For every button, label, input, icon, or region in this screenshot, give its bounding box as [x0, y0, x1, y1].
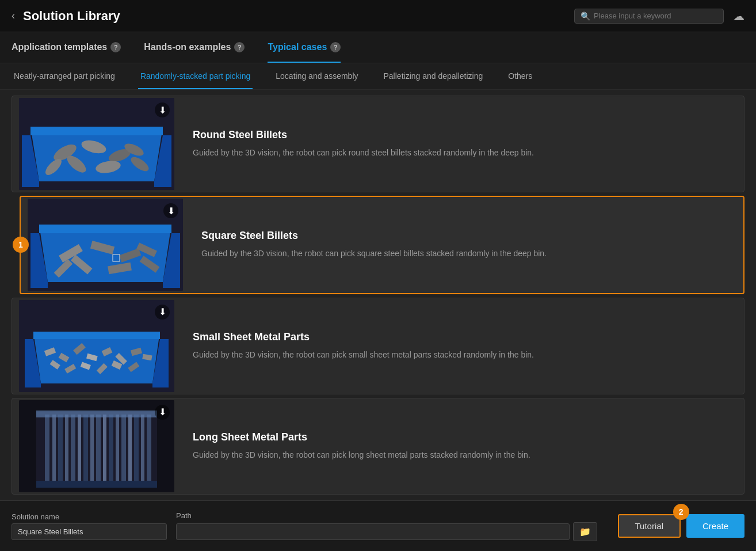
item-title-long: Long Sheet Metal Parts — [193, 431, 732, 443]
item-desc-small: Guided by the 3D vision, the robot can p… — [193, 349, 732, 361]
item-info-small-sheet: Small Sheet Metal Parts Guided by the 3D… — [181, 322, 744, 370]
solution-item-square-steel[interactable]: 1 ⬇ Sq — [20, 196, 744, 294]
item-desc-round: Guided by the 3D vision, the robot can p… — [193, 147, 732, 159]
thumbnail-square-steel: ⬇ — [28, 199, 183, 291]
back-button[interactable]: ‹ — [12, 10, 15, 22]
svg-rect-59 — [116, 415, 119, 484]
svg-rect-49 — [52, 415, 56, 484]
solution-item-round-steel[interactable]: ⬇ Round Steel Billets Guided — [12, 96, 744, 192]
item-info-long-sheet: Long Sheet Metal Parts Guided by the 3D … — [181, 422, 744, 470]
bottom-bar: Solution name Path 📁 2 Tutorial Create — [0, 500, 756, 551]
thumbnail-small-sheet: ⬇ — [19, 300, 174, 392]
svg-marker-2 — [30, 127, 163, 135]
svg-rect-66 — [36, 481, 157, 488]
svg-rect-65 — [36, 411, 157, 417]
solution-name-label: Solution name — [12, 512, 167, 521]
tab-application-templates[interactable]: Application templates ? — [12, 32, 121, 63]
svg-rect-56 — [96, 415, 101, 484]
svg-rect-61 — [128, 415, 132, 484]
tab-hands-on[interactable]: Hands-on examples ? — [144, 32, 245, 63]
solution-name-input[interactable] — [12, 523, 167, 540]
item-title-small: Small Sheet Metal Parts — [193, 331, 732, 343]
svg-rect-52 — [71, 415, 75, 484]
download-icon-small[interactable]: ⬇ — [155, 305, 170, 320]
selection-badge-1: 1 — [13, 237, 29, 253]
subtab-others[interactable]: Others — [506, 63, 534, 89]
subtab-neatly[interactable]: Neatly-arranged part picking — [12, 63, 117, 89]
solution-list: ⬇ Round Steel Billets Guided — [0, 90, 756, 500]
svg-rect-54 — [83, 415, 88, 484]
item-info-square-steel: Square Steel Billets Guided by the 3D vi… — [190, 221, 743, 269]
create-button[interactable]: Create — [686, 514, 744, 538]
browse-folder-button[interactable]: 📁 — [573, 522, 597, 541]
download-icon-round[interactable]: ⬇ — [155, 102, 170, 117]
tab-typical-cases[interactable]: Typical cases ? — [268, 32, 341, 63]
download-icon-long[interactable]: ⬇ — [155, 405, 170, 420]
path-group: Path 📁 — [176, 511, 597, 541]
main-tabs: Application templates ? Hands-on example… — [0, 32, 756, 63]
action-buttons: 2 Tutorial Create — [618, 514, 745, 538]
path-label: Path — [176, 511, 597, 520]
cloud-download-icon[interactable]: ☁ — [733, 9, 744, 23]
svg-rect-51 — [65, 415, 68, 484]
svg-rect-53 — [78, 415, 81, 484]
svg-marker-15 — [39, 225, 171, 233]
svg-rect-57 — [103, 415, 106, 484]
solution-item-small-sheet[interactable]: ⬇ — [12, 298, 744, 394]
svg-rect-63 — [141, 415, 144, 484]
item-desc-long: Guided by the 3D vision, the robot can p… — [193, 449, 732, 461]
search-icon: 🔍 — [581, 12, 590, 21]
sub-tabs: Neatly-arranged part picking Randomly-st… — [0, 63, 756, 90]
thumbnail-long-sheet: ⬇ — [19, 400, 174, 492]
item-title-round: Round Steel Billets — [193, 129, 732, 141]
svg-rect-50 — [58, 415, 63, 484]
svg-rect-60 — [121, 415, 126, 484]
help-icon-app[interactable]: ? — [110, 42, 121, 52]
tutorial-button[interactable]: Tutorial — [618, 514, 681, 538]
subtab-locating[interactable]: Locating and assembly — [273, 63, 360, 89]
path-input[interactable] — [176, 523, 570, 540]
item-title-square: Square Steel Billets — [201, 230, 732, 242]
search-input[interactable] — [594, 12, 717, 20]
svg-marker-29 — [33, 332, 160, 339]
search-box: 🔍 — [574, 9, 724, 24]
header: ‹ Solution Library 🔍 ☁ — [0, 0, 756, 32]
svg-rect-48 — [45, 415, 49, 484]
subtab-randomly[interactable]: Randomly-stacked part picking — [138, 63, 253, 89]
solution-name-group: Solution name — [12, 512, 167, 540]
selection-badge-2: 2 — [673, 504, 689, 520]
thumbnail-round-steel: ⬇ — [19, 98, 174, 190]
svg-rect-62 — [134, 415, 139, 484]
svg-rect-55 — [90, 415, 94, 484]
help-icon-hands[interactable]: ? — [234, 42, 245, 52]
svg-rect-64 — [147, 415, 151, 484]
subtab-palletizing[interactable]: Palletizing and depalletizing — [381, 63, 486, 89]
solution-item-long-sheet[interactable]: ⬇ — [12, 398, 744, 495]
item-info-round-steel: Round Steel Billets Guided by the 3D vis… — [181, 120, 744, 168]
svg-rect-58 — [109, 415, 113, 484]
item-desc-square: Guided by the 3D vision, the robot can p… — [201, 248, 732, 260]
app-title: Solution Library — [23, 9, 574, 24]
help-icon-typical[interactable]: ? — [330, 42, 341, 52]
path-input-row: 📁 — [176, 522, 597, 541]
